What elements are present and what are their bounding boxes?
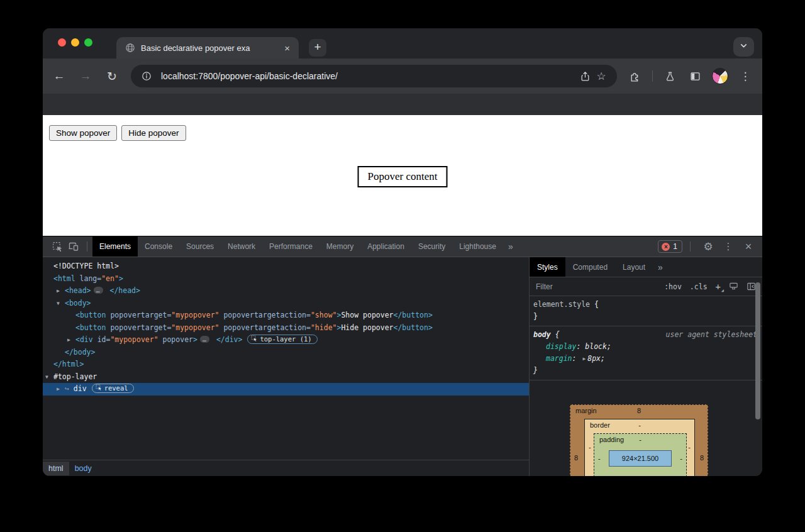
styles-tab-styles[interactable]: Styles bbox=[530, 257, 565, 277]
tree-line[interactable]: ▶<head>… </head> bbox=[43, 285, 529, 297]
devtools-menu-kebab-icon[interactable]: ⋮ bbox=[721, 239, 736, 254]
content-dimensions: 924×21.500 bbox=[622, 455, 658, 462]
margin-top-value[interactable]: 8 bbox=[570, 407, 708, 414]
box-model-content[interactable]: 924×21.500 bbox=[609, 450, 672, 467]
tree-line[interactable]: ▼#top-layer bbox=[43, 371, 529, 384]
devtools-tab-security[interactable]: Security bbox=[411, 236, 452, 257]
border-top-value[interactable]: - bbox=[585, 421, 694, 429]
devtools-tab-application[interactable]: Application bbox=[360, 236, 411, 257]
box-model-border[interactable]: border - - - padding - - - - bbox=[584, 419, 695, 476]
property-value[interactable]: 8px; bbox=[587, 354, 605, 363]
site-info-icon[interactable] bbox=[138, 68, 155, 84]
devtools-close-icon[interactable]: × bbox=[741, 239, 756, 254]
inspect-element-icon[interactable] bbox=[49, 239, 65, 254]
close-window-button[interactable] bbox=[58, 38, 66, 47]
devtools-tab-network[interactable]: Network bbox=[221, 236, 262, 257]
devtools-tab-performance[interactable]: Performance bbox=[262, 236, 319, 257]
class-toggle[interactable]: .cls bbox=[690, 282, 708, 291]
code-token: #top-layer bbox=[53, 372, 97, 381]
experiments-flask-icon[interactable] bbox=[662, 68, 678, 84]
devtools-tab-elements[interactable]: Elements bbox=[92, 236, 138, 257]
devtools-tab-lighthouse[interactable]: Lighthouse bbox=[452, 236, 503, 257]
reload-button[interactable]: ↻ bbox=[104, 69, 119, 84]
more-panels-chevrons[interactable]: » bbox=[503, 241, 518, 252]
hide-popover-button[interactable]: Hide popover bbox=[121, 125, 186, 141]
new-tab-button[interactable]: + bbox=[309, 39, 326, 57]
expand-arrow-open-icon[interactable]: ▼ bbox=[57, 297, 65, 310]
style-property-display[interactable]: display: block; bbox=[533, 341, 762, 353]
extensions-icon[interactable] bbox=[627, 68, 643, 84]
zoom-window-button[interactable] bbox=[84, 38, 92, 47]
tree-line[interactable]: </html> bbox=[43, 358, 529, 371]
code-token: Hide popover bbox=[341, 323, 393, 332]
minimize-window-button[interactable] bbox=[71, 38, 79, 47]
devtools-toolbar-separator bbox=[690, 241, 691, 252]
bookmark-star-icon[interactable]: ☆ bbox=[593, 68, 609, 84]
tree-line[interactable]: </body> bbox=[43, 346, 529, 359]
padding-left-value[interactable]: - bbox=[598, 455, 601, 462]
collapsed-content-ellipsis-badge[interactable]: … bbox=[200, 336, 209, 343]
browser-tab[interactable]: Basic declarative popover exa × bbox=[116, 37, 299, 58]
devtools-tab-sources[interactable]: Sources bbox=[179, 236, 221, 257]
tree-line[interactable]: ▼<body> bbox=[43, 297, 529, 310]
dock-sidebar-icon[interactable] bbox=[747, 282, 756, 291]
property-value[interactable]: block; bbox=[585, 342, 611, 351]
tree-line[interactable]: ▶↪ divreveal bbox=[43, 383, 529, 396]
styles-tab-computed[interactable]: Computed bbox=[565, 257, 615, 277]
border-right-value[interactable]: - bbox=[688, 443, 691, 451]
console-error-badge[interactable]: × 1 bbox=[658, 240, 682, 253]
code-token: </html> bbox=[53, 360, 84, 369]
padding-top-value[interactable]: - bbox=[594, 436, 686, 443]
margin-right-value[interactable]: 8 bbox=[700, 454, 704, 462]
breadcrumb-body[interactable]: body bbox=[69, 462, 97, 475]
styles-scrollbar-thumb[interactable] bbox=[755, 282, 760, 419]
property-name[interactable]: margin bbox=[546, 354, 572, 363]
reveal-badge[interactable]: reveal bbox=[92, 384, 134, 393]
device-toolbar-icon[interactable] bbox=[65, 239, 82, 254]
devtools-tab-memory[interactable]: Memory bbox=[319, 236, 360, 257]
box-model-margin[interactable]: margin 8 8 8 border - - - padding bbox=[570, 404, 708, 476]
devtools-tab-console[interactable]: Console bbox=[138, 236, 179, 257]
back-button[interactable]: ← bbox=[52, 69, 67, 84]
tree-line[interactable]: ▶<div id="mypopover" popover>… </div>top… bbox=[43, 334, 529, 346]
forward-button[interactable]: → bbox=[78, 69, 93, 84]
rule-selector[interactable]: body bbox=[533, 330, 551, 339]
rule-selector[interactable]: element.style bbox=[533, 300, 590, 309]
tree-line[interactable]: <html lang="en"> bbox=[43, 273, 529, 285]
style-property-margin[interactable]: margin: ▶8px; bbox=[533, 353, 762, 365]
tab-close-icon[interactable]: × bbox=[282, 43, 292, 53]
padding-right-value[interactable]: - bbox=[680, 455, 682, 462]
tab-search-button[interactable] bbox=[733, 37, 754, 57]
box-model-padding[interactable]: padding - - - - 924×21.500 bbox=[594, 433, 687, 476]
collapsed-content-ellipsis-badge[interactable]: … bbox=[94, 287, 103, 294]
url-bar[interactable]: localhost:7800/popover-api/basic-declara… bbox=[131, 65, 617, 87]
url-text[interactable]: localhost:7800/popover-api/basic-declara… bbox=[161, 71, 577, 81]
expand-arrow-closed-icon[interactable]: ▶ bbox=[67, 334, 75, 346]
expand-arrow-open-icon[interactable]: ▼ bbox=[45, 371, 53, 384]
browser-menu-kebab-icon[interactable]: ⋮ bbox=[737, 68, 753, 84]
profile-avatar[interactable] bbox=[712, 68, 728, 84]
top-layer-badge[interactable]: top-layer (1) bbox=[247, 335, 317, 344]
expand-arrow-closed-icon[interactable]: ▶ bbox=[57, 285, 65, 297]
styles-tab-layout[interactable]: Layout bbox=[615, 257, 653, 277]
tree-line[interactable]: <!DOCTYPE html> bbox=[43, 260, 529, 273]
new-style-rule-button[interactable]: +◢ bbox=[716, 282, 721, 292]
pseudo-state-toggle[interactable]: :hov bbox=[664, 282, 682, 291]
side-panel-icon[interactable] bbox=[687, 68, 703, 84]
property-expand-arrow-icon[interactable]: ▶ bbox=[582, 356, 586, 362]
styles-filter-input[interactable]: Filter bbox=[536, 282, 656, 291]
tree-line[interactable]: <button popovertarget="mypopover" popove… bbox=[43, 322, 529, 335]
expand-arrow-closed-icon[interactable]: ▶ bbox=[57, 383, 65, 396]
show-popover-button[interactable]: Show popover bbox=[49, 125, 117, 141]
breadcrumb-html[interactable]: html bbox=[43, 462, 69, 475]
border-left-value[interactable]: - bbox=[589, 443, 591, 451]
tree-line[interactable]: <button popovertarget="mypopover" popove… bbox=[43, 309, 529, 322]
padding-bottom-value[interactable]: - bbox=[594, 474, 686, 476]
devtools-settings-gear-icon[interactable]: ⚙ bbox=[701, 239, 716, 254]
plus-caret-icon: ◢ bbox=[721, 288, 724, 293]
more-style-tabs-chevrons[interactable]: » bbox=[653, 262, 668, 272]
margin-left-value[interactable]: 8 bbox=[574, 454, 578, 462]
property-name[interactable]: display bbox=[546, 342, 576, 351]
share-icon[interactable] bbox=[577, 68, 593, 84]
rendering-brush-icon[interactable] bbox=[729, 282, 738, 291]
